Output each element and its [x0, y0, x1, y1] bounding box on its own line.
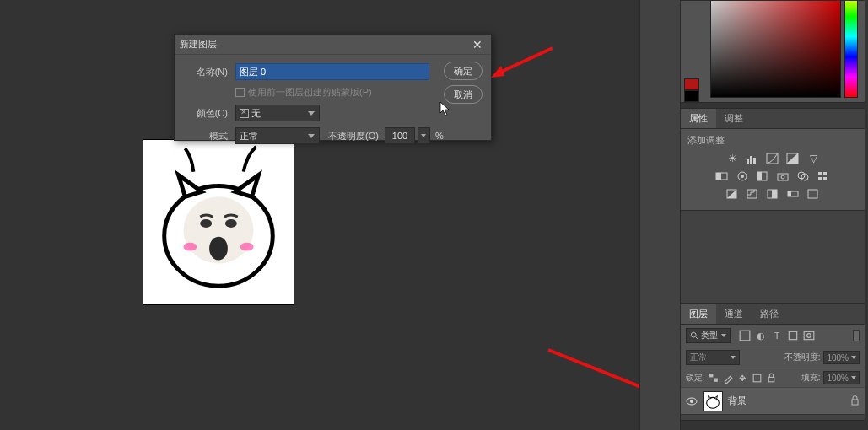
new-layer-dialog: 新建图层 ✕ 确定 取消 名称(N): 使用前一图层创建剪贴蒙版(P) 颜色(C…: [174, 34, 492, 141]
layer-item-background[interactable]: 背景: [681, 388, 865, 415]
opacity-input[interactable]: [385, 127, 415, 144]
close-icon[interactable]: ✕: [469, 38, 486, 51]
tab-properties[interactable]: 属性: [681, 109, 716, 128]
svg-rect-22: [778, 174, 788, 180]
layer-name-input[interactable]: [235, 63, 429, 80]
filter-toggle[interactable]: [853, 330, 860, 341]
svg-line-7: [498, 48, 553, 73]
svg-line-38: [696, 337, 698, 340]
dialog-titlebar[interactable]: 新建图层 ✕: [175, 35, 491, 55]
color-field[interactable]: [710, 0, 841, 98]
svg-point-37: [691, 332, 696, 337]
svg-rect-36: [808, 190, 817, 198]
filter-type-label: 类型: [701, 330, 718, 341]
photo-filter-icon[interactable]: [775, 169, 790, 182]
gradient-map-icon[interactable]: [785, 187, 801, 200]
filter-shape-icon[interactable]: [787, 330, 799, 341]
curves-icon[interactable]: [765, 152, 780, 164]
fill-label: 填充:: [801, 372, 821, 384]
hue-sat-icon[interactable]: [714, 169, 730, 182]
filter-type-dropdown[interactable]: 类型: [686, 328, 731, 343]
svg-rect-43: [709, 374, 713, 377]
selective-color-icon[interactable]: [806, 187, 821, 200]
none-icon: [240, 109, 249, 118]
color-label: 颜色(C):: [185, 107, 230, 120]
lock-all-icon[interactable]: [766, 373, 777, 384]
color-lookup-icon[interactable]: [816, 169, 831, 182]
tab-paths[interactable]: 路径: [752, 304, 787, 324]
hue-slider[interactable]: [844, 0, 858, 98]
bw-icon[interactable]: [755, 169, 770, 182]
lock-pixels-icon[interactable]: [709, 373, 720, 384]
vibrance-icon[interactable]: ▽: [806, 152, 821, 164]
svg-rect-31: [747, 190, 757, 198]
lock-artboard-icon[interactable]: [752, 373, 763, 384]
color-balance-icon[interactable]: [735, 169, 750, 182]
lock-label: 锁定:: [686, 372, 705, 384]
svg-point-4: [209, 237, 228, 261]
svg-point-42: [807, 334, 811, 338]
ok-button[interactable]: 确定: [444, 62, 483, 80]
clip-mask-checkbox[interactable]: [235, 88, 245, 97]
svg-point-6: [240, 243, 254, 251]
layer-opacity-label: 不透明度:: [784, 352, 821, 363]
color-value: 无: [251, 107, 261, 120]
svg-point-5: [183, 243, 197, 251]
threshold-icon[interactable]: [765, 187, 780, 200]
channel-mixer-icon[interactable]: [795, 169, 811, 182]
fill-input[interactable]: 100%: [823, 371, 860, 384]
filter-pixel-icon[interactable]: [739, 330, 751, 341]
visibility-toggle-icon[interactable]: [686, 395, 698, 407]
background-swatch[interactable]: [684, 90, 699, 102]
svg-rect-29: [823, 177, 827, 180]
svg-point-50: [707, 397, 720, 408]
panel-dock-strip: [639, 0, 681, 430]
svg-rect-11: [747, 159, 749, 164]
layer-opacity-value: 100%: [827, 353, 849, 363]
invert-icon[interactable]: [725, 187, 740, 200]
foreground-swatch[interactable]: [684, 78, 699, 90]
layers-panel: 图层 通道 路径 类型 ◐ T 正常 不透明度: 100: [680, 304, 865, 421]
right-panel-column: 属性 调整 添加调整 ☀ ▽: [680, 0, 865, 430]
svg-point-3: [225, 219, 237, 228]
clip-mask-label: 使用前一图层创建剪贴蒙版(P): [248, 86, 372, 99]
layer-thumbnail[interactable]: [703, 391, 723, 411]
svg-rect-28: [818, 177, 822, 180]
tab-channels[interactable]: 通道: [716, 304, 752, 324]
svg-rect-33: [772, 190, 777, 198]
color-dropdown[interactable]: 无: [235, 105, 320, 121]
filter-adjust-icon[interactable]: ◐: [755, 330, 767, 341]
svg-point-23: [781, 175, 784, 179]
tab-layers[interactable]: 图层: [681, 304, 716, 324]
svg-rect-39: [740, 331, 750, 341]
svg-rect-44: [714, 378, 717, 381]
mode-dropdown[interactable]: 正常: [235, 127, 320, 144]
annotation-arrow: [489, 44, 557, 86]
blend-mode-dropdown[interactable]: 正常: [686, 350, 740, 365]
brightness-icon[interactable]: ☀: [725, 152, 740, 164]
svg-point-48: [690, 400, 693, 403]
panel-spacer: [680, 211, 865, 304]
levels-icon[interactable]: [745, 152, 760, 164]
filter-type-icon[interactable]: T: [771, 330, 783, 341]
canvas-image: [143, 140, 294, 304]
percent-label: %: [435, 131, 444, 141]
opacity-label: 不透明度(O):: [328, 130, 381, 142]
lock-icon[interactable]: [850, 395, 860, 407]
mode-value: 正常: [240, 130, 258, 142]
layer-opacity-input[interactable]: 100%: [823, 351, 860, 364]
opacity-dropdown-icon[interactable]: [418, 127, 430, 144]
svg-rect-12: [750, 156, 752, 164]
filter-smart-icon[interactable]: [803, 330, 815, 341]
layer-name-label: 背景: [728, 395, 747, 407]
svg-rect-45: [753, 374, 761, 382]
cancel-button[interactable]: 取消: [444, 85, 483, 104]
exposure-icon[interactable]: [785, 152, 801, 164]
tab-adjustments[interactable]: 调整: [716, 109, 752, 128]
lock-paint-icon[interactable]: [723, 373, 734, 384]
document-canvas[interactable]: [143, 139, 294, 305]
svg-rect-17: [716, 173, 721, 180]
posterize-icon[interactable]: [745, 187, 760, 200]
lock-position-icon[interactable]: ✥: [737, 373, 748, 384]
svg-rect-13: [753, 158, 756, 164]
